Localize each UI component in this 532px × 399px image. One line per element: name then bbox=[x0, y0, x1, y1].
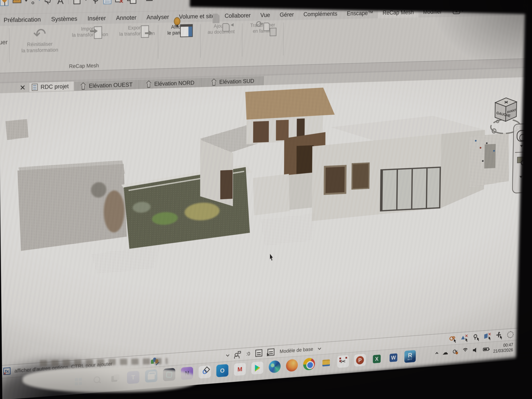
add-to-document-button[interactable]: Ajouter au document bbox=[202, 23, 240, 35]
excel-icon[interactable]: X bbox=[371, 353, 382, 366]
edge-icon[interactable] bbox=[269, 360, 281, 373]
powerpoint-icon[interactable]: P bbox=[354, 354, 366, 367]
onedrive-icon[interactable]: ☁ bbox=[442, 349, 448, 356]
tab-recap-mesh[interactable]: ReCap Mesh bbox=[378, 6, 418, 18]
select-by-face-icon[interactable]: ✕ bbox=[484, 332, 491, 340]
google-play-icon[interactable] bbox=[251, 361, 263, 375]
close-view-icon[interactable] bbox=[19, 83, 26, 92]
tag-icon[interactable] bbox=[44, 0, 52, 5]
elevation-marker-icon bbox=[146, 80, 152, 88]
tab-enscape[interactable]: Enscape™ bbox=[342, 7, 378, 19]
tab-annoter[interactable]: Annoter bbox=[111, 12, 141, 24]
import-transformation-button[interactable]: Importer la transformation bbox=[70, 25, 110, 38]
collapse-ribbon-icon[interactable] bbox=[453, 8, 460, 14]
tab-modifier[interactable]: Modifier bbox=[418, 6, 446, 17]
tab-collaborer[interactable]: Collaborer bbox=[220, 10, 255, 22]
undo-arrow-icon: ↶ bbox=[33, 35, 46, 41]
search-binoculars-icon[interactable] bbox=[393, 0, 401, 0]
battery-icon[interactable] bbox=[483, 347, 489, 351]
text-icon[interactable] bbox=[56, 0, 64, 5]
tab-complements[interactable]: Compléments bbox=[299, 8, 342, 20]
wifi-icon[interactable] bbox=[462, 348, 469, 354]
3d-viewport[interactable]: GAUCHE AVANT bbox=[0, 77, 530, 365]
tab-inserer[interactable]: Insérer bbox=[82, 12, 111, 24]
google-translate-icon[interactable]: G bbox=[199, 365, 211, 379]
tab-prefabrication[interactable]: Préfabrication bbox=[0, 13, 46, 26]
separator bbox=[283, 22, 284, 56]
export-transformation-button[interactable]: Exporter la transformation bbox=[117, 24, 157, 37]
chevron-down-icon[interactable] bbox=[520, 145, 523, 147]
elevation-marker-icon bbox=[211, 78, 217, 86]
ribbon-collapse-control[interactable] bbox=[453, 8, 463, 14]
aligned-dimension-icon[interactable] bbox=[32, 0, 40, 6]
pin-icon[interactable] bbox=[0, 0, 8, 6]
chevron-down-icon[interactable] bbox=[519, 176, 523, 178]
navigation-bar[interactable] bbox=[512, 123, 532, 194]
chevron-down-icon[interactable] bbox=[84, 0, 87, 1]
separator bbox=[515, 152, 529, 153]
worksets-dialog-icon[interactable] bbox=[255, 349, 262, 357]
firefox-icon[interactable] bbox=[286, 359, 298, 372]
file-explorer-icon[interactable] bbox=[320, 356, 332, 369]
close-hidden-windows-icon[interactable] bbox=[115, 0, 123, 4]
render-marker-icon[interactable] bbox=[91, 0, 99, 5]
thin-lines-icon[interactable] bbox=[146, 0, 154, 4]
account-area: pcarlhian bbox=[388, 0, 459, 1]
separator bbox=[9, 28, 10, 63]
gmail-icon[interactable]: M bbox=[234, 363, 246, 376]
floor-plan-icon bbox=[32, 84, 38, 91]
default-3d-view-icon[interactable] bbox=[72, 0, 81, 5]
chevron-down-icon[interactable] bbox=[318, 346, 321, 350]
clock[interactable]: 00:47 21/03/2026 bbox=[493, 342, 513, 354]
word-icon[interactable]: W bbox=[388, 351, 399, 364]
revit-window: Autodesk Revit 2025.4 - Projet relevé sc… bbox=[0, 0, 532, 399]
editing-requests-count: :0 bbox=[246, 351, 250, 357]
outlook-icon[interactable]: O bbox=[216, 364, 228, 377]
view-tab-rdc-projet[interactable]: RDC projet bbox=[29, 81, 74, 92]
tab-gerer[interactable]: Gérer bbox=[275, 9, 299, 20]
separator bbox=[200, 24, 201, 57]
revit-icon[interactable]: RRVT bbox=[404, 350, 416, 363]
drag-on-selection-icon[interactable] bbox=[496, 331, 503, 339]
active-workset[interactable]: Modèle de base bbox=[280, 346, 313, 354]
chrome-icon[interactable] bbox=[303, 357, 315, 371]
tab-systemes[interactable]: Systèmes bbox=[46, 13, 82, 25]
chevron-down-icon[interactable] bbox=[462, 11, 463, 12]
filter-icon bbox=[518, 330, 524, 337]
selection-filter-count: :0 bbox=[525, 331, 528, 336]
quick-access-toolbar bbox=[0, 0, 154, 6]
transform-to-family-button[interactable]: ⟳ Transformer en famille bbox=[244, 22, 281, 34]
editing-requests-icon[interactable] bbox=[234, 351, 241, 358]
screen-photo: Autodesk Revit 2025.4 - Projet relevé sc… bbox=[0, 0, 532, 399]
zoom-icon[interactable] bbox=[517, 157, 524, 163]
chevron-down-icon[interactable] bbox=[25, 0, 28, 2]
snipping-tool-icon[interactable]: ✂ bbox=[337, 355, 349, 368]
section-box-icon[interactable] bbox=[103, 0, 111, 4]
chevron-down-icon[interactable] bbox=[226, 353, 229, 357]
measure-icon[interactable] bbox=[12, 0, 21, 6]
status-fx-icon bbox=[3, 367, 11, 375]
navigation-wheel-icon[interactable] bbox=[517, 130, 527, 142]
cut-off-button-label[interactable]: uer bbox=[0, 38, 8, 46]
selection-filter[interactable]: :0 bbox=[518, 330, 529, 337]
select-pinned-icon[interactable] bbox=[473, 333, 480, 341]
separator bbox=[158, 25, 158, 59]
switch-windows-icon[interactable] bbox=[127, 0, 135, 4]
tab-analyser[interactable]: Analyser bbox=[141, 11, 174, 23]
separator bbox=[68, 0, 69, 4]
window-title: Autodesk Revit 2025.4 - Projet relevé sc… bbox=[208, 0, 355, 6]
reflection-smudge bbox=[23, 367, 198, 392]
point-cloud[interactable] bbox=[5, 80, 523, 291]
sync-icon[interactable]: ⟳ bbox=[453, 348, 457, 355]
select-underlay-icon[interactable]: ✕ bbox=[461, 334, 468, 342]
hidden-icons-chevron-icon[interactable] bbox=[436, 352, 438, 355]
select-links-icon[interactable] bbox=[450, 335, 456, 343]
volume-icon[interactable] bbox=[473, 347, 478, 353]
avatar[interactable] bbox=[403, 0, 410, 1]
background-processes-icon[interactable] bbox=[507, 331, 514, 338]
show-panel-button[interactable]: Afficher le panneau bbox=[160, 24, 198, 36]
elevation-marker-icon bbox=[80, 82, 86, 90]
active-workset-icon[interactable] bbox=[268, 348, 274, 356]
reset-transformation-button[interactable]: ↶ Réinitialiser la transformation bbox=[19, 26, 60, 54]
separator bbox=[242, 23, 242, 57]
